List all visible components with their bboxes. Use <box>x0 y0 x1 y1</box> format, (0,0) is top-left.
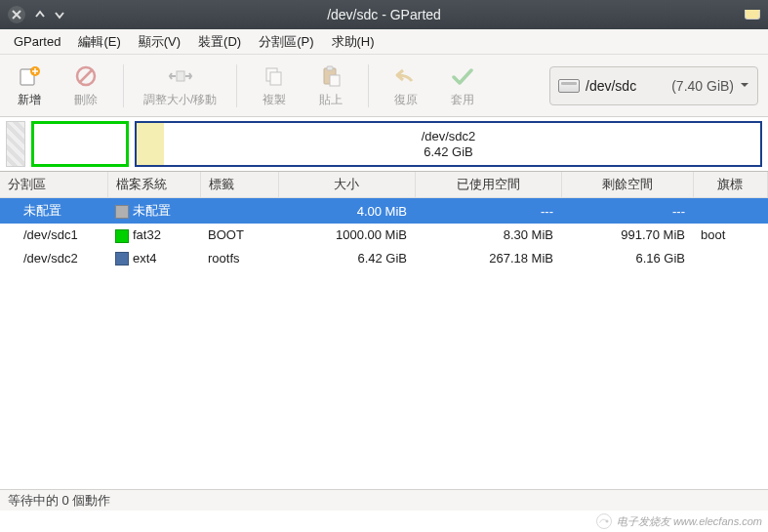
table-row[interactable]: /dev/sdc2ext4rootfs6.42 GiB267.18 MiB6.1… <box>0 247 768 270</box>
svg-rect-4 <box>177 71 184 81</box>
vis-partition-label: /dev/sdc2 6.42 GiB <box>422 128 476 160</box>
partition-visual-bar: /dev/sdc2 6.42 GiB <box>0 117 768 172</box>
resize-icon <box>168 63 193 89</box>
tray-icon <box>745 10 760 20</box>
delete-icon <box>73 63 99 89</box>
new-icon <box>17 63 42 89</box>
svg-rect-9 <box>330 75 340 86</box>
vis-used-portion <box>137 123 164 165</box>
toolbar-separator <box>236 64 237 107</box>
col-used[interactable]: 已使用空間 <box>415 172 561 198</box>
dropdown-chevron-icon <box>740 78 749 93</box>
resize-label: 調整大小/移動 <box>143 92 217 108</box>
device-size: (7.40 GiB) <box>671 78 734 94</box>
new-button[interactable]: 新增 <box>10 60 49 112</box>
copy-icon <box>262 63 287 89</box>
vis-partition-name: /dev/sdc2 <box>422 128 476 143</box>
window-controls <box>8 6 64 23</box>
partition-table-wrap[interactable]: 分割區 檔案系統 標籤 大小 已使用空間 剩餘空間 旗標 未配置未配置4.00 … <box>0 172 768 494</box>
vis-partition-sdc1[interactable] <box>31 121 129 167</box>
device-name: /dev/sdc <box>586 78 636 94</box>
col-flags[interactable]: 旗標 <box>693 172 768 198</box>
paste-icon <box>318 63 344 89</box>
menu-edit[interactable]: 編輯(E) <box>70 30 128 54</box>
svg-point-10 <box>596 514 611 529</box>
delete-button: 刪除 <box>66 60 105 112</box>
fs-swatch-icon <box>115 229 129 243</box>
vis-unallocated-chunk[interactable] <box>6 121 25 167</box>
undo-button: 復原 <box>386 60 425 112</box>
watermark-text: 电子发烧友 www.elecfans.com <box>617 514 762 529</box>
menu-help[interactable]: 求助(H) <box>324 30 383 54</box>
fs-swatch-icon <box>115 205 129 219</box>
copy-button: 複製 <box>255 60 294 112</box>
menu-gparted[interactable]: GParted <box>6 31 68 52</box>
table-row[interactable]: 未配置未配置4.00 MiB------ <box>0 198 768 225</box>
paste-label: 貼上 <box>319 92 343 108</box>
device-selector[interactable]: /dev/sdc (7.40 GiB) <box>549 66 758 105</box>
svg-rect-8 <box>327 66 333 70</box>
col-size[interactable]: 大小 <box>278 172 415 198</box>
toolbar: 新增 刪除 調整大小/移動 複製 貼上 復原 套用 <box>0 55 768 117</box>
menu-device[interactable]: 裝置(D) <box>190 30 249 54</box>
table-row[interactable]: /dev/sdc1fat32BOOT1000.00 MiB8.30 MiB991… <box>0 224 768 247</box>
window-titlebar: /dev/sdc - GParted <box>0 0 768 29</box>
chevron-down-icon[interactable] <box>55 8 64 22</box>
col-filesystem[interactable]: 檔案系統 <box>107 172 200 198</box>
chevron-up-icon[interactable] <box>35 8 45 22</box>
svg-line-3 <box>80 70 92 82</box>
new-label: 新增 <box>18 92 41 108</box>
col-free[interactable]: 剩餘空間 <box>561 172 693 198</box>
status-bar: 等待中的 0 個動作 <box>0 489 768 511</box>
titlebar-right <box>745 10 760 20</box>
menu-bar: GParted 編輯(E) 顯示(V) 裝置(D) 分割區(P) 求助(H) <box>0 29 768 55</box>
vis-partition-size: 6.42 GiB <box>422 144 476 160</box>
apply-icon <box>450 63 475 89</box>
close-icon[interactable] <box>8 6 25 23</box>
menu-view[interactable]: 顯示(V) <box>131 30 188 54</box>
svg-rect-6 <box>270 72 281 85</box>
window-title: /dev/sdc - GParted <box>327 7 441 22</box>
drive-icon <box>558 79 580 93</box>
toolbar-separator <box>123 64 124 107</box>
watermark: 电子发烧友 www.elecfans.com <box>595 512 762 530</box>
paste-button: 貼上 <box>311 60 350 112</box>
fs-swatch-icon <box>115 252 129 266</box>
delete-label: 刪除 <box>74 92 98 108</box>
copy-label: 複製 <box>263 92 286 108</box>
apply-label: 套用 <box>451 92 474 108</box>
vis-partition-sdc2[interactable]: /dev/sdc2 6.42 GiB <box>135 121 762 167</box>
partition-table: 分割區 檔案系統 標籤 大小 已使用空間 剩餘空間 旗標 未配置未配置4.00 … <box>0 172 768 269</box>
resize-button: 調整大小/移動 <box>141 60 219 112</box>
svg-point-11 <box>606 520 608 522</box>
undo-icon <box>393 63 419 89</box>
apply-button: 套用 <box>443 60 482 112</box>
toolbar-separator <box>368 64 369 107</box>
undo-label: 復原 <box>394 92 418 108</box>
col-partition[interactable]: 分割區 <box>0 172 107 198</box>
col-label[interactable]: 標籤 <box>200 172 278 198</box>
status-text: 等待中的 0 個動作 <box>8 492 110 510</box>
menu-partition[interactable]: 分割區(P) <box>251 30 321 54</box>
